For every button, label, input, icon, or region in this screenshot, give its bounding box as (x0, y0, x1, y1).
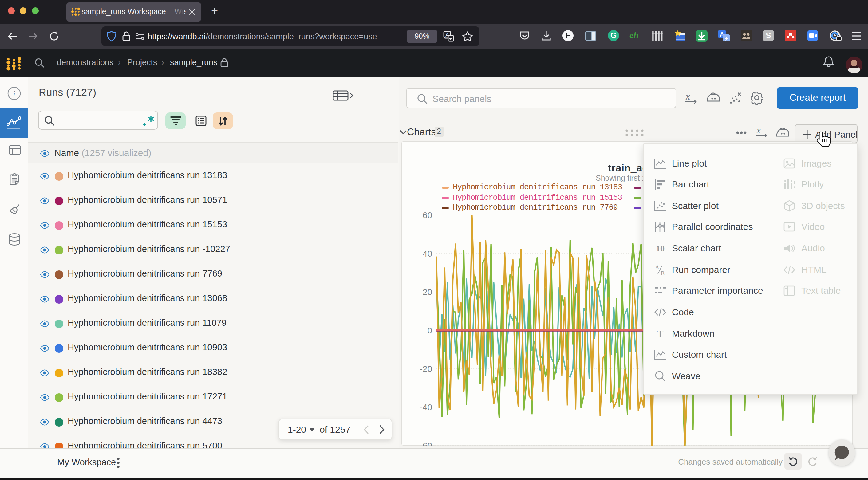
svg-text:0: 0 (427, 326, 432, 335)
svg-text:60: 60 (423, 211, 432, 220)
svg-text:B: B (660, 270, 664, 276)
svg-text:-40: -40 (420, 403, 432, 412)
svg-text:-20: -20 (420, 364, 432, 374)
svg-text:x: x (685, 92, 690, 101)
svg-text:10: 10 (656, 244, 664, 253)
svg-text:A: A (655, 264, 659, 270)
svg-text:40: 40 (423, 249, 432, 258)
svg-text:-60: -60 (420, 441, 432, 446)
svg-text:20: 20 (423, 287, 432, 297)
svg-text:i: i (13, 89, 15, 98)
svg-text:T: T (657, 328, 663, 339)
svg-text:x: x (756, 126, 761, 135)
